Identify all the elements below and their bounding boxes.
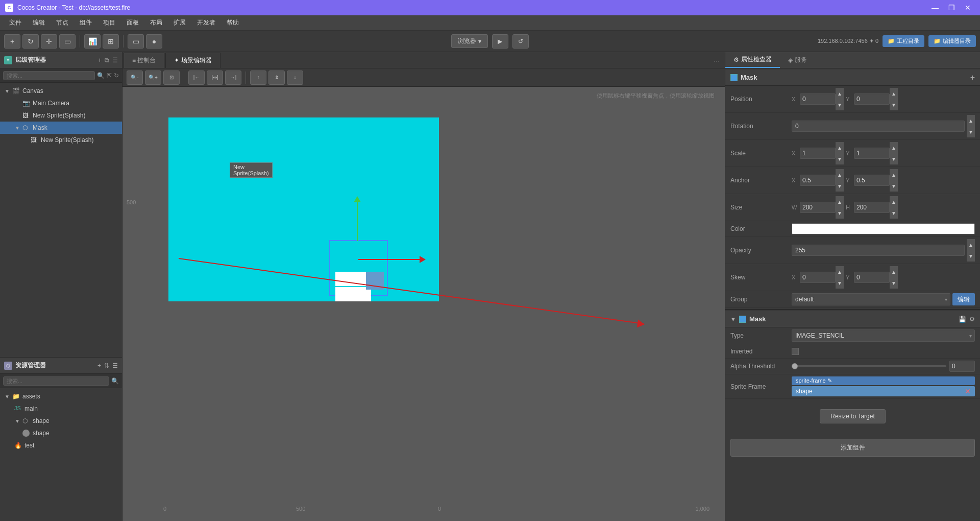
group-select[interactable]: default: [792, 293, 950, 305]
mask-collapse-arrow[interactable]: ▼: [730, 316, 736, 322]
plus-button[interactable]: ⊞: [103, 34, 119, 49]
scale-y-down[interactable]: ▼: [890, 153, 898, 164]
alpha-threshold-input[interactable]: [949, 361, 975, 372]
move-button[interactable]: ✛: [41, 34, 57, 49]
refresh-icon[interactable]: ↻: [114, 72, 119, 79]
sprite-frame-link[interactable]: sprite-frame ✎: [792, 376, 975, 385]
close-button[interactable]: ✕: [961, 3, 975, 13]
minimize-button[interactable]: —: [928, 3, 942, 13]
hierarchy-add-icon[interactable]: +: [98, 57, 102, 64]
pos-y-input[interactable]: [854, 93, 890, 105]
menu-extend[interactable]: 扩展: [168, 16, 191, 29]
rotation-up[interactable]: ▲: [967, 115, 975, 126]
editor-dir-button[interactable]: 📁 编辑器目录: [928, 35, 976, 47]
menu-layout[interactable]: 布局: [145, 16, 167, 29]
menu-project[interactable]: 项目: [98, 16, 120, 29]
mask-component-checkbox[interactable]: [739, 316, 746, 323]
hierarchy-menu-icon[interactable]: ☰: [112, 57, 118, 64]
assets-item-shape[interactable]: shape: [0, 427, 122, 439]
scene-align-6[interactable]: ↓: [287, 70, 303, 85]
pos-x-up[interactable]: ▲: [836, 88, 844, 99]
menu-component[interactable]: 组件: [75, 16, 97, 29]
assets-add-icon[interactable]: +: [97, 362, 101, 369]
menu-panel[interactable]: 面板: [121, 16, 144, 29]
add-node-button[interactable]: +: [4, 34, 20, 49]
anchor-x-down[interactable]: ▼: [836, 180, 844, 192]
scale-x-down[interactable]: ▼: [836, 153, 844, 164]
menu-node[interactable]: 节点: [51, 16, 74, 29]
opacity-down[interactable]: ▼: [967, 250, 975, 262]
scale-y-input[interactable]: [854, 148, 890, 159]
scene-align-2[interactable]: |⇔|: [207, 70, 223, 85]
anchor-y-up[interactable]: ▲: [890, 169, 898, 180]
scene-align-5[interactable]: ⇕: [268, 70, 285, 85]
tab-console[interactable]: ≡ 控制台: [124, 53, 164, 68]
scene-align-4[interactable]: ↑: [250, 70, 266, 85]
tab-inspector[interactable]: ⚙ 属性检查器: [725, 52, 780, 68]
tree-item-canvas[interactable]: ▼ 🎬 Canvas: [0, 85, 122, 97]
chart-button[interactable]: 📊: [84, 34, 101, 49]
screen-button[interactable]: ▭: [128, 34, 144, 49]
pos-x-down[interactable]: ▼: [836, 99, 844, 110]
menu-help[interactable]: 帮助: [222, 16, 244, 29]
project-dir-button[interactable]: 📁 工程目录: [883, 35, 924, 47]
mask-save-icon[interactable]: 💾: [959, 316, 966, 323]
assets-item-shape-folder[interactable]: ▼ ⬡ shape: [0, 415, 122, 427]
maximize-button[interactable]: ❐: [944, 3, 959, 13]
assets-item-main[interactable]: JS main: [0, 402, 122, 415]
tree-item-mask[interactable]: ▼ ⬡ Mask: [0, 122, 122, 134]
tree-item-sprite-splash2[interactable]: 🖼 New Sprite(Splash): [0, 134, 122, 146]
menu-edit[interactable]: 编辑: [28, 16, 50, 29]
top-mask-checkbox[interactable]: [730, 74, 738, 81]
rotation-input[interactable]: [792, 121, 965, 132]
assets-item-assets[interactable]: ▼ 📁 assets: [0, 390, 122, 402]
scale-x-up[interactable]: ▲: [836, 142, 844, 153]
hierarchy-copy-icon[interactable]: ⧉: [105, 57, 109, 64]
mask-settings-icon[interactable]: ⚙: [969, 316, 975, 323]
alpha-slider[interactable]: [792, 365, 946, 367]
pos-y-up[interactable]: ▲: [890, 88, 898, 99]
rect-button[interactable]: ▭: [59, 34, 76, 49]
play-button[interactable]: ▶: [492, 34, 508, 49]
rotation-down[interactable]: ▼: [967, 126, 975, 137]
skew-y-input[interactable]: [854, 272, 890, 283]
tree-item-sprite-splash[interactable]: 🖼 New Sprite(Splash): [0, 109, 122, 122]
anchor-y-down[interactable]: ▼: [890, 180, 898, 192]
size-h-input[interactable]: [854, 202, 890, 213]
scene-zoom-in[interactable]: 🔍+: [145, 70, 161, 85]
assets-item-test[interactable]: 🔥 test: [0, 439, 122, 452]
reload-button[interactable]: ↺: [512, 34, 529, 49]
expand-icon[interactable]: ⇱: [107, 72, 112, 79]
tab-services[interactable]: ◈ 服务: [780, 53, 815, 67]
scene-align-1[interactable]: |←: [188, 70, 205, 85]
top-mask-add-icon[interactable]: +: [970, 73, 975, 82]
anchor-y-input[interactable]: [854, 175, 890, 186]
skew-x-input[interactable]: [800, 272, 836, 283]
pos-x-input[interactable]: [800, 93, 836, 105]
skew-y-down[interactable]: ▼: [890, 277, 898, 289]
size-h-up[interactable]: ▲: [890, 196, 898, 207]
inverted-checkbox[interactable]: [792, 348, 799, 355]
tab-scene-editor[interactable]: ✦ 场景编辑器: [165, 53, 220, 68]
size-w-up[interactable]: ▲: [836, 196, 844, 207]
color-swatch[interactable]: [792, 223, 975, 234]
anchor-x-input[interactable]: [800, 175, 836, 186]
tree-item-main-camera[interactable]: 📷 Main Camera: [0, 97, 122, 109]
scene-zoom-out[interactable]: 🔍-: [127, 70, 143, 85]
scene-align-3[interactable]: →|: [225, 70, 241, 85]
record-button[interactable]: ●: [146, 34, 162, 49]
refresh-button[interactable]: ↻: [22, 34, 39, 49]
menu-developer[interactable]: 开发者: [192, 16, 220, 29]
scale-y-up[interactable]: ▲: [890, 142, 898, 153]
hierarchy-search-input[interactable]: [3, 71, 95, 80]
opacity-input[interactable]: [792, 245, 965, 256]
assets-search-input[interactable]: [3, 376, 109, 386]
type-select[interactable]: IMAGE_STENCIL: [792, 329, 975, 342]
size-w-down[interactable]: ▼: [836, 207, 844, 219]
size-h-down[interactable]: ▼: [890, 207, 898, 219]
resize-to-target-button[interactable]: Resize to Target: [820, 409, 886, 423]
scale-x-input[interactable]: [800, 148, 836, 159]
alpha-slider-thumb[interactable]: [792, 363, 798, 369]
skew-x-up[interactable]: ▲: [836, 266, 844, 277]
menu-file[interactable]: 文件: [4, 16, 27, 29]
